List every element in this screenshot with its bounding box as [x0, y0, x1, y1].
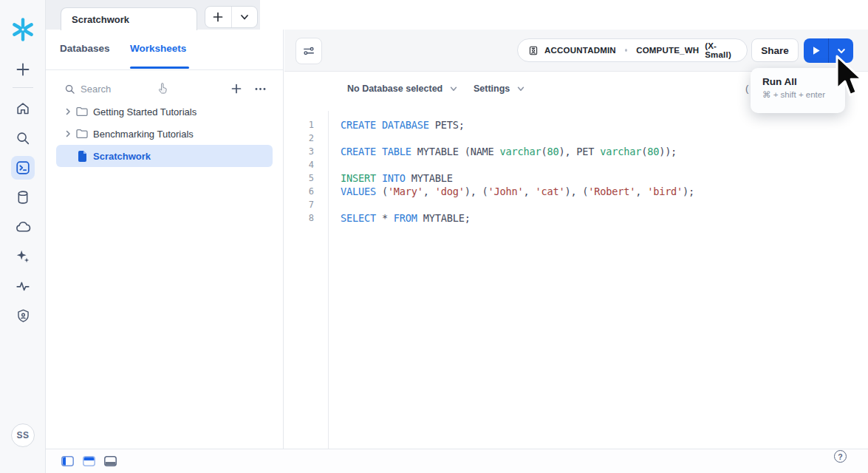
code-token: ( — [376, 186, 388, 197]
code-token: MYTABLE; — [417, 212, 471, 224]
chevron-down-icon — [449, 84, 458, 93]
share-button[interactable]: Share — [751, 38, 799, 62]
role-label: ACCOUNTADMIN — [544, 46, 616, 55]
left-panel-toggle-icon[interactable] — [61, 456, 74, 466]
play-icon — [812, 46, 821, 55]
line-number: 7 — [284, 198, 314, 211]
layout-toggle-group — [61, 456, 117, 466]
code-token: 80 — [647, 146, 659, 157]
snowflake-icon — [10, 16, 36, 43]
search-input[interactable]: Search — [64, 84, 230, 95]
chevron-right-icon[interactable] — [62, 130, 74, 137]
sql-editor: No Database selected Settings ( 12345678… — [284, 72, 868, 449]
projects-active-highlight — [11, 156, 35, 180]
run-all-menu-item[interactable]: Run All — [762, 76, 845, 87]
add-worksheet-icon[interactable] — [230, 83, 242, 95]
active-tab-underline — [130, 67, 189, 69]
snowflake-logo-icon[interactable] — [0, 16, 46, 43]
code-token — [376, 172, 382, 184]
tab-list-dropdown-button[interactable] — [231, 7, 258, 27]
top-panel-toggle-icon[interactable] — [83, 456, 95, 466]
separator-dot — [625, 49, 627, 52]
rail-item-governance[interactable] — [0, 301, 46, 330]
code-token: varchar — [500, 146, 541, 157]
worksheet-file-icon — [74, 151, 90, 162]
home-icon — [15, 101, 31, 117]
code-token: 'John' — [488, 186, 524, 197]
code-line[interactable] — [341, 132, 868, 145]
code-line[interactable]: INSERT INTO MYTABLE — [341, 171, 868, 185]
code-token: MYTABLE (NAME — [411, 146, 500, 157]
rail-item-activity[interactable] — [0, 271, 46, 301]
sidebar-search-row: Search — [46, 78, 283, 99]
code-token: PETS; — [429, 119, 465, 131]
worksheet-config-button[interactable] — [295, 38, 322, 64]
rail-item-ai-ml[interactable] — [0, 242, 46, 271]
help-button[interactable]: ? — [834, 450, 847, 463]
code-token: INSERT — [341, 172, 376, 184]
code-line[interactable]: CREATE TABLE MYTABLE (NAME varchar(80), … — [341, 145, 868, 158]
rail-new-button[interactable] — [0, 55, 46, 84]
tab-databases[interactable]: Databases — [60, 43, 110, 54]
bottom-status-bar: ? — [46, 449, 868, 473]
line-number: 2 — [284, 132, 314, 145]
search-icon — [64, 84, 75, 95]
worksheets-terminal-icon — [15, 160, 31, 176]
tab-worksheets[interactable]: Worksheets — [130, 43, 186, 54]
code-token: CREATE TABLE — [341, 146, 411, 157]
folder-icon — [74, 129, 90, 139]
new-tab-button[interactable] — [205, 7, 231, 27]
code-token: 'cat' — [535, 186, 564, 197]
plus-icon — [15, 61, 31, 78]
tree-folder-getting-started[interactable]: Getting Started Tutorials — [56, 101, 273, 123]
database-selector[interactable]: No Database selected — [347, 84, 458, 94]
run-options-dropdown-button[interactable] — [828, 38, 853, 63]
run-button[interactable] — [804, 38, 828, 63]
tree-item-label: Scratchwork — [93, 151, 151, 162]
worksheet-tab-label: Scratchwork — [72, 14, 129, 25]
worksheet-tab-scratchwork[interactable]: Scratchwork — [61, 7, 197, 30]
worksheet-tab-strip: Scratchwork — [46, 0, 260, 30]
warehouse-label: COMPUTE_WH — [636, 46, 699, 55]
bottom-panel-toggle-icon[interactable] — [104, 456, 117, 466]
code-line[interactable] — [341, 158, 868, 171]
snowsight-window: SS Scratchwork Databases Worksheets — [0, 0, 868, 473]
sparkles-icon — [15, 248, 31, 265]
search-placeholder: Search — [81, 84, 111, 95]
worksheet-tree: Getting Started Tutorials Benchmarking T… — [46, 101, 283, 167]
rail-item-data[interactable] — [0, 183, 46, 212]
code-token: 'dog' — [435, 186, 465, 197]
sidebar-tabs: Databases Worksheets — [46, 30, 283, 70]
settings-selector[interactable]: Settings — [474, 84, 525, 94]
code-token: 80 — [547, 146, 558, 157]
search-actions — [230, 83, 267, 95]
line-number: 6 — [284, 185, 314, 198]
code-token: VALUES — [341, 186, 376, 197]
line-number-gutter: 12345678 — [284, 111, 329, 449]
chevron-down-icon — [836, 46, 847, 56]
chevron-right-icon[interactable] — [62, 108, 74, 115]
plus-icon — [212, 11, 224, 23]
sidebar-panel: Databases Worksheets Search — [46, 30, 284, 449]
code-line[interactable]: CREATE DATABASE PETS; — [341, 118, 868, 132]
user-avatar[interactable]: SS — [11, 423, 35, 447]
database-selector-label: No Database selected — [347, 84, 442, 94]
more-options-icon[interactable] — [254, 83, 267, 95]
code-token: )); — [659, 146, 677, 157]
code-token: ); — [683, 186, 694, 197]
code-token: , — [635, 186, 647, 197]
code-area[interactable]: CREATE DATABASE PETS; CREATE TABLE MYTAB… — [341, 111, 868, 449]
code-line[interactable]: VALUES ('Mary', 'dog'), ('John', 'cat'),… — [341, 185, 868, 198]
code-line[interactable]: SELECT * FROM MYTABLE; — [341, 211, 868, 225]
rail-item-home[interactable] — [0, 94, 46, 123]
session-context-selector[interactable]: ACCOUNTADMIN COMPUTE_WH (X-Small) — [517, 38, 748, 62]
warehouse-size-label: (X-Small) — [705, 41, 737, 59]
tab-actions-group — [205, 6, 258, 28]
tree-item-scratchwork-selected[interactable]: Scratchwork — [56, 145, 273, 167]
code-token: ( — [641, 146, 647, 157]
rail-item-cloud[interactable] — [0, 212, 46, 242]
rail-item-projects[interactable] — [0, 153, 46, 183]
tree-folder-benchmarking[interactable]: Benchmarking Tutorials — [56, 123, 273, 145]
rail-item-search[interactable] — [0, 123, 46, 153]
code-line[interactable] — [341, 198, 868, 211]
